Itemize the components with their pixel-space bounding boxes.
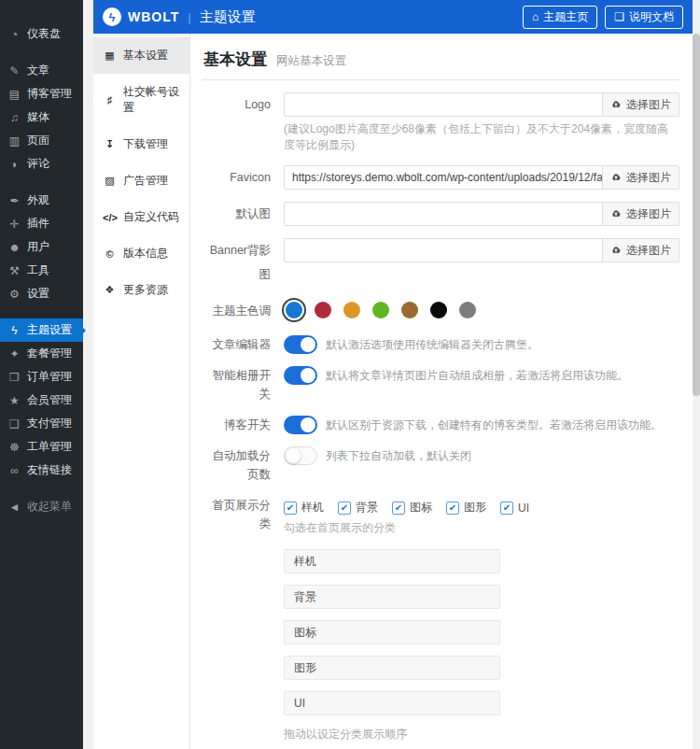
default-image-select-button[interactable]: 选择图片 xyxy=(603,202,679,226)
blog-toggle-row: 博客开关 默认区别于资源下载，创建特有的博客类型。若激活将启用该功能。 xyxy=(202,416,679,434)
logo-row: Logo 选择图片 (建议Logo图片高度至少68像素（包括上下留白）及不大于2… xyxy=(202,92,679,153)
sort-item-iconset[interactable]: 图标 xyxy=(284,620,500,644)
tab-basic-settings[interactable]: ▦基本设置 xyxy=(93,37,189,74)
favicon-input[interactable]: https://storeys.demo.wbolt.com/wp-conten… xyxy=(284,165,603,190)
cloud-upload-icon xyxy=(610,245,622,256)
blog-toggle[interactable] xyxy=(284,416,317,434)
color-swatch-crimson[interactable] xyxy=(315,302,331,318)
checkbox-label: 背景 xyxy=(356,500,378,516)
color-swatch-green[interactable] xyxy=(372,302,389,318)
autoload-toggle[interactable] xyxy=(284,446,317,465)
sidebar-item-theme-settings[interactable]: ϟ主题设置 xyxy=(0,318,83,342)
default-image-row: 默认图 选择图片 xyxy=(202,202,679,226)
color-swatch-amber[interactable] xyxy=(343,302,360,318)
color-swatch-brown[interactable] xyxy=(401,302,418,318)
sidebar-item-label: 仪表盘 xyxy=(27,26,61,42)
sidebar-item-payments[interactable]: ❑支付管理 xyxy=(0,412,83,435)
more-icon: ❖ xyxy=(103,284,117,296)
blog-icon: ▤ xyxy=(7,88,21,101)
sidebar-item-tools[interactable]: ⚒工具 xyxy=(0,259,83,282)
tab-more-resources[interactable]: ❖更多资源 xyxy=(93,272,189,308)
media-icon: ♫ xyxy=(7,111,21,124)
tab-label: 更多资源 xyxy=(123,282,168,298)
sidebar-item-label: 插件 xyxy=(27,216,49,232)
tab-download-management[interactable]: ↧下载管理 xyxy=(93,126,189,163)
color-swatch-gray[interactable] xyxy=(459,302,476,318)
color-swatch-blue[interactable] xyxy=(286,302,302,318)
checkbox-background[interactable]: ✔背景 xyxy=(338,500,378,516)
editor-toggle[interactable] xyxy=(284,335,317,354)
home-icon: ⌂ xyxy=(532,10,539,23)
sort-item-background[interactable]: 背景 xyxy=(284,585,500,609)
sort-item-mockup[interactable]: 样机 xyxy=(284,549,500,573)
theme-home-button[interactable]: ⌂ 主题主页 xyxy=(523,6,597,29)
doc-icon: ❏ xyxy=(614,10,624,23)
checkbox-ui[interactable]: ✔UI xyxy=(500,502,529,515)
page-title: 主题设置 xyxy=(200,8,256,26)
sidebar-item-comments[interactable]: ◗评论 xyxy=(0,152,83,176)
sidebar-item-members[interactable]: ★会员管理 xyxy=(0,389,83,412)
tab-label: 自定义代码 xyxy=(123,209,179,225)
tab-version-info[interactable]: ©版本信息 xyxy=(93,235,189,272)
pages-icon: ▥ xyxy=(7,134,21,148)
color-swatch-black[interactable] xyxy=(430,302,447,318)
category-sort-list: 样机 背景 图标 图形 UI xyxy=(284,549,679,715)
sidebar-item-appearance[interactable]: ✒外观 xyxy=(0,189,83,212)
tab-custom-code[interactable]: </>自定义代码 xyxy=(93,199,189,235)
sort-item-ui[interactable]: UI xyxy=(284,691,500,715)
docs-button[interactable]: ❏ 说明文档 xyxy=(605,6,683,29)
autoload-toggle-hint: 列表下拉自动加载，默认关闭 xyxy=(326,446,471,465)
editor-toggle-label: 文章编辑器 xyxy=(202,335,284,354)
scrollbar-thumb[interactable] xyxy=(693,34,700,396)
sidebar-item-posts[interactable]: ✎文章 xyxy=(0,59,83,82)
default-image-input[interactable] xyxy=(284,202,603,226)
checkbox-iconset[interactable]: ✔图标 xyxy=(392,500,432,516)
checkbox-mockup[interactable]: ✔样机 xyxy=(284,500,324,516)
cloud-upload-icon xyxy=(610,208,622,219)
sidebar-item-label: 用户 xyxy=(27,239,49,255)
tab-ad-management[interactable]: ▨广告管理 xyxy=(93,163,189,199)
sidebar-item-packages[interactable]: ✦套餐管理 xyxy=(0,342,83,365)
gauge-icon: ◔ xyxy=(7,28,21,41)
sidebar-item-plugins[interactable]: ✛插件 xyxy=(0,212,83,235)
checkbox-graphic[interactable]: ✔图形 xyxy=(446,500,486,516)
sidebar-item-orders[interactable]: ❒订单管理 xyxy=(0,365,83,389)
sidebar-item-tickets[interactable]: ☸工单管理 xyxy=(0,435,83,459)
settings-content: 基本设置 网站基本设置 Logo 选择图片 (建议Logo图片高度至少68像素（… xyxy=(190,34,693,749)
checkbox-label: 图形 xyxy=(464,500,486,516)
scrollbar-track xyxy=(693,0,700,749)
user-icon: ☻ xyxy=(7,241,21,254)
album-toggle[interactable] xyxy=(284,366,317,385)
sidebar-item-dashboard[interactable]: ◔仪表盘 xyxy=(0,22,83,46)
checkmark-icon: ✔ xyxy=(338,502,351,515)
checkbox-label: UI xyxy=(518,502,529,515)
brand-name: WBOLT xyxy=(128,9,179,24)
sidebar-item-blog[interactable]: ▤博客管理 xyxy=(0,82,83,106)
sidebar-item-collapse-menu[interactable]: ◄收起菜单 xyxy=(0,495,83,518)
sidebar-item-friend-links[interactable]: ∞友情链接 xyxy=(0,459,83,482)
favicon-select-image-button[interactable]: 选择图片 xyxy=(603,165,679,190)
banner-image-label: Banner背影图 xyxy=(202,238,284,287)
tools-icon: ⚒ xyxy=(7,264,21,277)
sidebar-item-users[interactable]: ☻用户 xyxy=(0,235,83,259)
default-image-label: 默认图 xyxy=(202,202,284,226)
logo-input[interactable] xyxy=(284,92,603,117)
sidebar-item-label: 评论 xyxy=(27,156,49,172)
checkmark-icon: ✔ xyxy=(392,502,405,515)
home-categories-label: 首页展示分类 xyxy=(202,496,284,742)
banner-image-select-button[interactable]: 选择图片 xyxy=(603,238,679,262)
sidebar-item-label: 主题设置 xyxy=(27,322,72,338)
home-categories-row: 首页展示分类 ✔样机 ✔背景 ✔图标 ✔图形 ✔UI 勾选在首页展示的分类 样机… xyxy=(202,496,679,742)
sort-item-graphic[interactable]: 图形 xyxy=(284,656,500,680)
banner-image-input[interactable] xyxy=(284,238,603,262)
sidebar-item-media[interactable]: ♫媒体 xyxy=(0,106,83,129)
section-subtitle: 网站基本设置 xyxy=(276,53,346,69)
collapse-arrow-icon: ◄ xyxy=(7,501,21,514)
tab-social-accounts[interactable]: ♯社交帐号设置 xyxy=(93,74,189,126)
docs-label: 说明文档 xyxy=(629,9,674,25)
sidebar-item-settings[interactable]: ⚙设置 xyxy=(0,282,83,305)
logo-select-image-button[interactable]: 选择图片 xyxy=(603,92,679,117)
autoload-toggle-row: 自动加载分页数 列表下拉自动加载，默认关闭 xyxy=(202,446,679,484)
brush-icon: ✒ xyxy=(7,194,21,207)
sidebar-item-pages[interactable]: ▥页面 xyxy=(0,129,83,152)
